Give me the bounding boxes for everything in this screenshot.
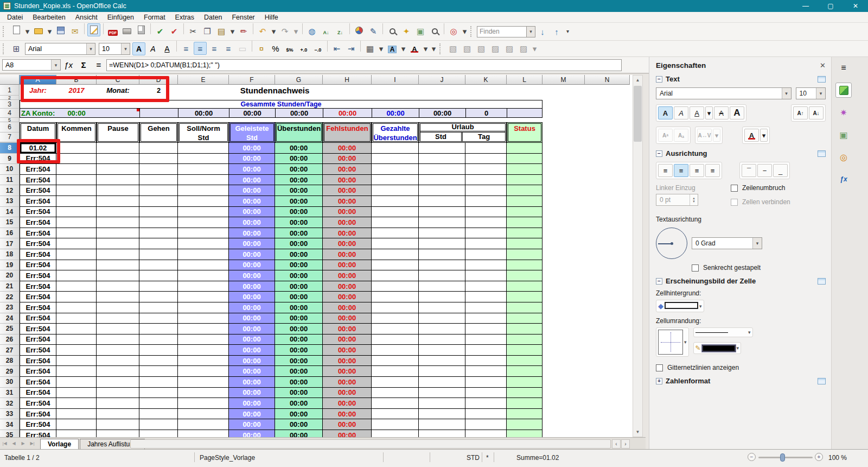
cell-B4[interactable]: 00:00 <box>56 109 97 118</box>
cell-C17[interactable] <box>97 238 139 249</box>
cell-M8[interactable] <box>542 143 585 154</box>
row-header-25[interactable]: 25 <box>0 324 20 335</box>
cell-C34[interactable] <box>97 419 139 430</box>
row-header-29[interactable]: 29 <box>0 366 20 377</box>
cell-J18[interactable] <box>419 249 465 260</box>
cell-L27[interactable] <box>507 345 542 356</box>
cell-A16[interactable]: Err:504 <box>20 228 56 239</box>
copy-button[interactable]: ❐ <box>201 25 214 38</box>
cell-I31[interactable] <box>372 388 419 399</box>
cell-K20[interactable] <box>465 270 507 281</box>
cell-B26[interactable] <box>56 335 97 345</box>
cell-J4[interactable]: 00:00 <box>419 109 465 118</box>
cell-H19[interactable]: 00:00 <box>323 260 372 271</box>
cell-K8[interactable] <box>465 143 507 154</box>
cell-E14[interactable] <box>178 207 229 218</box>
cell-D11[interactable] <box>139 175 178 186</box>
cell-M31[interactable] <box>542 388 585 399</box>
cell-I16[interactable] <box>372 228 419 239</box>
cell-G22[interactable]: 00:00 <box>275 292 323 302</box>
next-sheet-button[interactable]: ▶ <box>18 439 28 449</box>
cell-I21[interactable] <box>372 281 419 292</box>
cell-G15[interactable]: 00:00 <box>275 217 323 228</box>
cell-C18[interactable] <box>97 249 139 260</box>
cell-H21[interactable]: 00:00 <box>323 281 372 292</box>
redo-dropdown[interactable]: ▾ <box>292 25 299 38</box>
cell-F30[interactable]: 00:00 <box>229 377 275 388</box>
cell-C8[interactable] <box>97 143 139 154</box>
cell-E33[interactable] <box>178 409 229 420</box>
row-header-9[interactable]: 9 <box>0 154 20 165</box>
cell-N20[interactable] <box>585 270 630 281</box>
delete-decimal-button[interactable]: −.0 <box>311 43 324 56</box>
cell-G35[interactable]: 00:00 <box>275 430 323 437</box>
column-header-I[interactable]: I <box>372 75 419 85</box>
find-toolbar-overflow[interactable]: ▾ <box>564 25 571 38</box>
cell-M13[interactable] <box>542 196 585 207</box>
number-format-settings-button[interactable] <box>818 378 826 384</box>
cell-A21[interactable]: Err:504 <box>20 281 56 292</box>
cell-A3-merged[interactable]: Gesammte Stunden/Tage <box>20 100 542 109</box>
cell-G13[interactable]: 00:00 <box>275 196 323 207</box>
open-button[interactable] <box>32 25 45 38</box>
cell-B31[interactable] <box>56 388 97 399</box>
wrap-text-checkbox[interactable] <box>731 185 738 192</box>
window-maximize-button[interactable]: ▢ <box>818 0 843 12</box>
cell-J24[interactable] <box>419 313 465 324</box>
menu-fenster[interactable]: Fenster <box>227 12 259 22</box>
column-header-F[interactable]: F <box>229 75 275 85</box>
cell-C13[interactable] <box>97 196 139 207</box>
borders-dropdown[interactable]: ▾ <box>378 42 385 55</box>
cell-B24[interactable] <box>56 313 97 324</box>
cell-C12[interactable] <box>97 185 139 196</box>
cell-L31[interactable] <box>507 388 542 399</box>
sum-display[interactable]: Summe=01.02 <box>516 454 559 462</box>
cell-D13[interactable] <box>139 196 178 207</box>
cell-M27[interactable] <box>542 345 585 356</box>
cell-B9[interactable] <box>56 154 97 165</box>
cell-H17[interactable]: 00:00 <box>323 238 372 249</box>
zoom-out-button[interactable]: − <box>748 453 756 461</box>
cell-L4[interactable] <box>507 109 542 118</box>
cell-C1[interactable]: Monat: <box>97 85 139 96</box>
row-header-20[interactable]: 20 <box>0 270 20 281</box>
cell-I25[interactable] <box>372 324 419 335</box>
cell-H31[interactable]: 00:00 <box>323 388 372 399</box>
sidebar-font-color-dropdown[interactable]: ▾ <box>760 129 768 142</box>
row-header-8[interactable]: 8 <box>0 143 20 154</box>
cell-J23[interactable] <box>419 302 465 313</box>
cell-J17[interactable] <box>419 238 465 249</box>
export-pdf-button[interactable]: PDF <box>106 27 119 40</box>
sidebar-strikethrough-button[interactable]: A <box>714 106 729 119</box>
cell-D28[interactable] <box>139 356 178 367</box>
cell-L18[interactable] <box>507 249 542 260</box>
cell-A4[interactable]: ZA Konto: <box>20 109 56 118</box>
sum-button[interactable]: Σ <box>76 59 91 72</box>
cell-C4[interactable] <box>97 109 139 118</box>
align-center-button[interactable]: ≡ <box>194 42 207 55</box>
cell-G29[interactable]: 00:00 <box>275 366 323 377</box>
cell-F9[interactable]: 00:00 <box>229 154 275 165</box>
cell-J15[interactable] <box>419 217 465 228</box>
cell-E27[interactable] <box>178 345 229 356</box>
row-header-6-7[interactable]: 6 7 <box>0 122 20 143</box>
cell-E13[interactable] <box>178 196 229 207</box>
navigator-button[interactable]: ✦ <box>400 25 413 38</box>
row-header-11[interactable]: 11 <box>0 175 20 186</box>
cell-L10[interactable] <box>507 164 542 175</box>
cell-I26[interactable] <box>372 335 419 345</box>
cell-J14[interactable] <box>419 207 465 218</box>
cell-C31[interactable] <box>97 388 139 399</box>
cell-H25[interactable]: 00:00 <box>323 324 372 335</box>
sidebar-close-button[interactable]: ✕ <box>820 61 826 70</box>
cell-L13[interactable] <box>507 196 542 207</box>
cell-F20[interactable]: 00:00 <box>229 270 275 281</box>
cell-C21[interactable] <box>97 281 139 292</box>
cell-G24[interactable]: 00:00 <box>275 313 323 324</box>
cell-D20[interactable] <box>139 270 178 281</box>
cell-M30[interactable] <box>542 377 585 388</box>
column-header-J[interactable]: J <box>419 75 465 85</box>
new-document-dropdown[interactable]: ▾ <box>24 25 31 38</box>
cell-F28[interactable]: 00:00 <box>229 356 275 367</box>
cell-A11[interactable]: Err:504 <box>20 175 56 186</box>
